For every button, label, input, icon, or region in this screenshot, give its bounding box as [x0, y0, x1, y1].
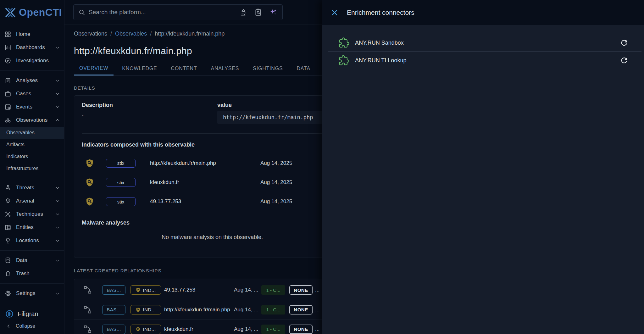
sidebar-item-dashboards[interactable]: Dashboards — [0, 41, 64, 54]
sidebar-item-entities[interactable]: Entities — [0, 221, 64, 234]
value-label: value — [217, 102, 232, 109]
sidebar-item-locations[interactable]: Locations — [0, 234, 64, 247]
clipboard-search-icon[interactable] — [254, 8, 262, 16]
app-title: OpenCTI — [19, 7, 62, 18]
close-icon — [330, 8, 339, 17]
entity-type-chip: IND... — [130, 305, 161, 315]
indicators-title: Indicators composed with this observable — [82, 142, 195, 148]
tab-data[interactable]: DATA — [291, 62, 316, 75]
sidebar-item-settings[interactable]: Settings — [0, 287, 64, 300]
chevron-down-icon — [55, 185, 60, 191]
drawer-title: Enrichment connectors — [347, 9, 414, 16]
chevron-down-icon — [55, 78, 60, 83]
sidebar-divider — [0, 250, 64, 251]
sidebar-item-indicators[interactable]: Indicators — [0, 151, 64, 163]
tab-overview[interactable]: OVERVIEW — [74, 62, 114, 75]
indicator-name: http://kfeuxkdun.fr/main.php — [150, 160, 216, 166]
sidebar-item-artifacts[interactable]: Artifacts — [0, 139, 64, 151]
relationship-name: 49.13.77.253 — [164, 287, 195, 293]
entities-icon — [4, 224, 11, 231]
relationship-name: http://kfeuxkdun.fr/main.php — [164, 307, 230, 313]
indicator-type-chip: stix — [106, 197, 136, 206]
details-section-label: DETAILS — [74, 85, 95, 91]
relationships-card: BAS... IND... 49.13.77.253 Aug 14, ... 1… — [74, 279, 351, 334]
sidebar-item-analyses[interactable]: Analyses — [0, 74, 64, 87]
app-logo[interactable]: OpenCTI — [0, 0, 64, 25]
breadcrumb-current: http://kfeuxkdun.fr/main.php — [155, 31, 225, 37]
relationship-type-chip: BAS... — [102, 305, 125, 315]
search-input[interactable] — [89, 9, 236, 16]
sidebar-item-observations[interactable]: Observations — [0, 114, 64, 127]
sidebar-item-arsenal[interactable]: Arsenal — [0, 194, 64, 208]
indicator-date: Aug 14, 2025 — [260, 179, 292, 186]
indicator-type-chip: stix — [106, 159, 136, 168]
database-icon — [4, 257, 11, 264]
opencti-logo-icon — [4, 7, 16, 19]
chevron-down-icon — [55, 198, 60, 204]
sidebar-nav: Home Dashboards Investigations Analyses … — [0, 25, 64, 307]
relationship-row[interactable]: BAS... IND... http://kfeuxkdun.fr/main.p… — [74, 300, 350, 319]
marking-chip: NONE — [289, 325, 313, 334]
relationship-icon — [83, 325, 92, 334]
collapse-button[interactable]: Collapse — [0, 321, 64, 331]
home-icon — [4, 31, 11, 38]
indicator-row[interactable]: stix http://kfeuxkdun.fr/main.php Aug 14… — [74, 153, 350, 173]
gear-icon — [4, 290, 11, 297]
sidebar-divider — [0, 178, 64, 178]
relationship-name: kfeuxkdun.fr — [164, 326, 193, 332]
sidebar-item-observables[interactable]: Observables — [0, 127, 64, 139]
relationship-row[interactable]: BAS... IND... 49.13.77.253 Aug 14, ... 1… — [74, 280, 350, 300]
drawer-body: ANY.RUN Sandbox ANY.RUN TI Lookup — [322, 25, 644, 69]
sidebar-item-threats[interactable]: Threats — [0, 181, 64, 194]
entity-type-chip: IND... — [130, 325, 161, 334]
events-icon — [4, 103, 11, 110]
cases-icon — [4, 90, 11, 97]
sidebar-item-infrastructures[interactable]: Infrastructures — [0, 163, 64, 175]
relationship-row[interactable]: BAS... IND... kfeuxkdun.fr Aug 14, ... 1… — [74, 319, 350, 334]
shield-search-icon — [85, 159, 94, 168]
tab-analyses[interactable]: ANALYSES — [206, 62, 245, 75]
confidence-chip: 1 - C... — [261, 325, 285, 334]
connector-row[interactable]: ANY.RUN TI Lookup — [322, 52, 644, 69]
tab-content[interactable]: CONTENT — [166, 62, 203, 75]
investigations-icon — [4, 57, 11, 64]
refresh-button[interactable] — [619, 38, 629, 47]
filigran-brand[interactable]: Filigran — [0, 307, 64, 321]
sidebar-item-investigations[interactable]: Investigations — [0, 54, 64, 67]
analyses-icon — [4, 77, 11, 84]
malware-analyses-title: Malware analyses — [82, 220, 130, 226]
microscope-icon[interactable] — [239, 8, 247, 16]
indicator-row[interactable]: stix kfeuxkdun.fr Aug 14, 2025 — [74, 173, 350, 192]
connector-row[interactable]: ANY.RUN Sandbox — [322, 34, 644, 52]
sidebar-item-trash[interactable]: Trash — [0, 267, 64, 280]
relationship-date: Aug 14, ... — [234, 287, 258, 293]
indicator-row[interactable]: stix 49.13.77.253 Aug 14, 2025 — [74, 192, 350, 211]
puzzle-icon — [339, 37, 349, 48]
marking-chip: NONE — [289, 305, 313, 315]
tab-knowledge[interactable]: KNOWLEDGE — [117, 62, 162, 75]
breadcrumb-observations: Observations — [74, 31, 107, 37]
details-card: Description - value http://kfeuxkdun.fr/… — [74, 95, 351, 258]
drawer-header: Enrichment connectors — [322, 0, 644, 25]
add-indicator-button[interactable] — [185, 139, 195, 149]
techniques-icon — [4, 211, 11, 218]
refresh-button[interactable] — [619, 56, 629, 65]
sidebar-item-techniques[interactable]: Techniques — [0, 208, 64, 221]
search-actions — [239, 8, 278, 16]
tab-sightings[interactable]: SIGHTINGS — [247, 62, 288, 75]
shield-search-icon — [85, 197, 94, 206]
sidebar-item-cases[interactable]: Cases — [0, 87, 64, 100]
close-button[interactable] — [329, 7, 340, 18]
sidebar-item-data[interactable]: Data — [0, 254, 64, 267]
breadcrumb-observables-link[interactable]: Observables — [115, 31, 147, 37]
malware-analyses-empty: No malware analysis on this observable. — [74, 234, 350, 241]
sidebar-item-home[interactable]: Home — [0, 28, 64, 41]
breadcrumb: Observations / Observables / http://kfeu… — [74, 31, 225, 37]
sparkles-icon[interactable] — [269, 8, 277, 16]
indicator-date: Aug 14, 2025 — [260, 198, 292, 205]
threats-icon — [4, 184, 11, 191]
indicator-name: 49.13.77.253 — [150, 198, 181, 205]
sidebar-divider — [0, 70, 64, 71]
sidebar-item-events[interactable]: Events — [0, 100, 64, 114]
enrichment-drawer: Enrichment connectors ANY.RUN Sandbox AN… — [322, 0, 644, 334]
